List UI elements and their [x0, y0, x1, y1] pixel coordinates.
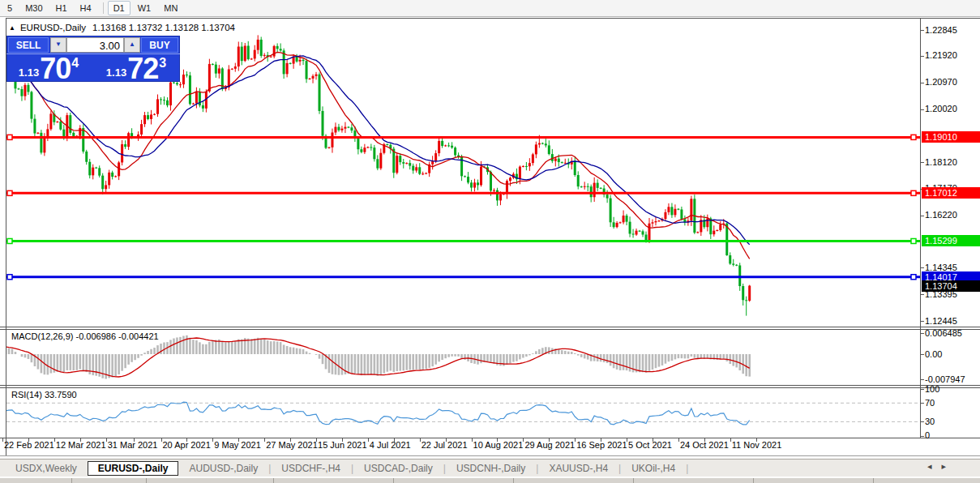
macd-layer	[2, 336, 750, 379]
chevron-down-icon: ▼	[55, 41, 62, 48]
period-button-w1[interactable]: W1	[132, 1, 157, 15]
chart-title: ▲EURUSD-,Daily1.13168 1.13732 1.13128 1.…	[9, 23, 235, 32]
timeframe-toolbar: 5M30H1H4D1W1MN	[0, 0, 980, 17]
statusbar-divider	[393, 478, 394, 483]
rsi-axis-label: 70	[925, 398, 935, 408]
rsi-axis-label: 100	[925, 384, 939, 395]
period-button-h4[interactable]: H4	[75, 1, 97, 15]
time-axis-label: 4 Jul 2021	[370, 440, 411, 450]
chart-tab-usdcnh-[interactable]: USDCNH-,Daily	[446, 461, 536, 476]
period-button-h1[interactable]: H1	[50, 1, 73, 15]
price-axis-label: 1.16220	[925, 210, 957, 220]
time-axis-label: 12 Mar 2021	[56, 440, 106, 450]
line-handle	[7, 275, 12, 280]
macd-axis-label: 0.00	[925, 349, 942, 360]
rsi-axis-label: 30	[925, 417, 935, 427]
chart-tab-usdcad-[interactable]: USDCAD-,Daily	[353, 461, 443, 476]
price-axis-label: 1.22845	[925, 25, 957, 36]
line-handle	[7, 190, 12, 195]
symbol-tab-bar: USDX,WeeklyEURUSD-,DailyAUDUSD-,Daily|US…	[0, 459, 980, 477]
volume-field-wrap	[66, 37, 124, 53]
time-axis-label: 22 Jul 2021	[422, 440, 468, 450]
ask-price-display[interactable]: 1.13 72 3	[92, 53, 180, 82]
period-button-m30[interactable]: M30	[19, 1, 48, 15]
chart-tab-xauusd-[interactable]: XAUUSD-,H4	[538, 461, 618, 476]
chart-tab-usdchf-[interactable]: USDCHF-,H4	[271, 461, 351, 476]
symbol-period-label: EURUSD-,Daily	[20, 23, 86, 32]
line-handle	[911, 275, 916, 280]
chart-tab-ukoil-[interactable]: UKOil-,H4	[621, 461, 686, 476]
ohlc-quote: 1.13168 1.13732 1.13128 1.13704	[92, 23, 235, 32]
time-axis-label: 31 Mar 2021	[108, 440, 158, 450]
ask-point: 3	[159, 56, 166, 71]
buy-button[interactable]: BUY	[141, 37, 178, 53]
time-axis-label: 9 May 2021	[214, 440, 260, 450]
line-handle	[911, 190, 916, 195]
time-axis-label: 10 Aug 2021	[473, 440, 524, 450]
ask-pips: 72	[127, 55, 158, 82]
bid-price-display[interactable]: 1.13 70 4	[6, 53, 91, 82]
price-level-badge: 1.17012	[922, 187, 980, 199]
one-click-trading-panel: SELL ▼ ▲ BUY 1.13 70 4 1.13 72 3	[6, 36, 180, 82]
bid-point: 4	[71, 56, 79, 71]
price-axis-label: 1.21920	[925, 50, 957, 61]
statusbar-divider	[873, 478, 874, 483]
line-handle	[911, 135, 916, 139]
chart-tab-usdx[interactable]: USDX,Weekly	[5, 461, 88, 476]
period-button-d1[interactable]: D1	[108, 1, 131, 15]
time-axis-label: 27 May 2021	[266, 440, 318, 450]
price-axis-label: 1.18120	[925, 157, 957, 168]
rsi-indicator-label: RSI(14) 33.7590	[11, 390, 77, 400]
price-axis-label: 1.20970	[925, 77, 957, 88]
tab-scroll-arrows[interactable]: ◂▸	[927, 461, 956, 472]
collapse-panel-icon[interactable]: ▲	[9, 24, 15, 32]
chevron-up-icon: ▲	[129, 41, 135, 48]
macd-axis-label: 0.006485	[925, 328, 962, 339]
price-level-badge: 1.15299	[922, 235, 980, 246]
statusbar-divider	[633, 478, 634, 483]
ma-fast-line	[2, 53, 750, 259]
toolbar-separator	[103, 2, 104, 14]
macd-indicator-label: MACD(12,26,9) -0.006986 -0.004421	[11, 331, 159, 341]
line-handle	[7, 238, 12, 243]
tab-scroll-right-icon[interactable]: ▸	[942, 461, 956, 471]
tab-scroll-left-icon[interactable]: ◂	[927, 461, 942, 471]
volume-increase-button[interactable]: ▲	[124, 37, 140, 53]
statusbar-divider	[753, 478, 754, 483]
time-axis-label: 24 Oct 2021	[680, 440, 729, 450]
line-handle	[7, 135, 12, 139]
price-axis-label: 1.12445	[925, 316, 957, 327]
period-button-5[interactable]: 5	[2, 1, 18, 15]
price-level-badge: 1.13704	[922, 280, 980, 292]
statusbar-divider	[71, 478, 72, 483]
bid-pips: 70	[40, 55, 71, 82]
period-button-mn[interactable]: MN	[158, 1, 183, 15]
statusbar-divider	[273, 478, 274, 483]
time-axis-label: 29 Aug 2021	[524, 440, 575, 450]
sell-button[interactable]: SELL	[8, 37, 49, 53]
bid-prefix: 1.13	[19, 66, 39, 79]
price-level-badge: 1.19010	[922, 131, 980, 143]
chart-tab-audusd-[interactable]: AUDUSD-,Daily	[178, 461, 268, 476]
volume-decrease-button[interactable]: ▼	[50, 37, 66, 53]
statusbar-divider	[146, 478, 147, 483]
rsi-layer	[2, 402, 920, 425]
statusbar-divider	[513, 478, 514, 483]
time-axis-label: 20 Apr 2021	[163, 440, 211, 450]
time-axis-label: 15 Jun 2021	[318, 440, 367, 450]
time-axis-label: 22 Feb 2021	[4, 440, 54, 450]
price-axis-label: 1.20020	[925, 104, 957, 114]
volume-input[interactable]	[67, 39, 123, 53]
time-axis-label: 16 Sep 2021	[576, 440, 627, 450]
chart-tab-eurusd-[interactable]: EURUSD-,Daily	[88, 461, 179, 476]
time-axis-label: 5 Oct 2021	[628, 440, 672, 450]
time-axis-label: 11 Nov 2021	[732, 440, 782, 450]
rsi-axis-label: 0	[925, 430, 930, 441]
ask-prefix: 1.13	[106, 66, 126, 79]
status-bar	[0, 477, 980, 483]
tab-separator: |	[686, 463, 688, 474]
line-handle	[911, 238, 916, 243]
